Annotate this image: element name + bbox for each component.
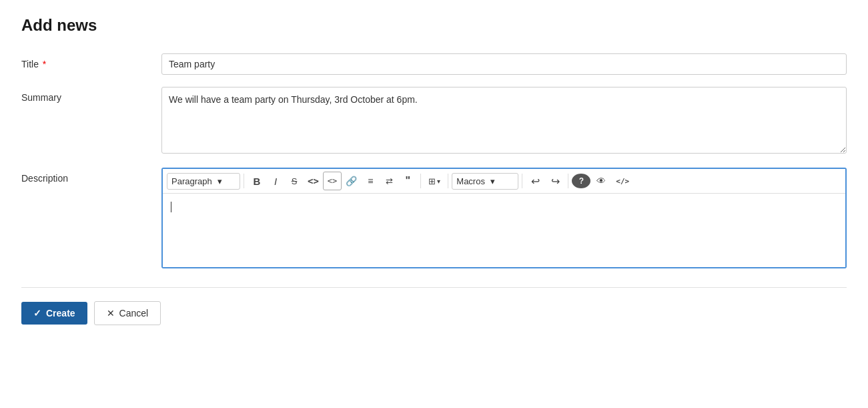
description-label: Description: [21, 168, 161, 184]
bold-button[interactable]: B: [248, 172, 266, 190]
strikethrough-button[interactable]: S: [285, 172, 304, 190]
description-editor[interactable]: [163, 194, 845, 267]
summary-textarea[interactable]: We will have a team party on Thursday, 3…: [161, 87, 847, 154]
summary-label: Summary: [21, 87, 161, 103]
cursor: [171, 202, 171, 212]
form-actions: ✓ Create ✕ Cancel: [21, 301, 847, 325]
summary-field: We will have a team party on Thursday, 3…: [161, 87, 847, 156]
rich-text-editor: Paragraph ▾ B I S: [161, 168, 847, 268]
toolbar-divider-4: [522, 174, 522, 188]
quote-button[interactable]: ": [398, 172, 417, 190]
toolbar-divider-3: [448, 174, 448, 188]
title-field: [161, 53, 847, 75]
table-chevron-icon: ▾: [437, 178, 440, 185]
macros-dropdown[interactable]: Macros ▾: [452, 173, 518, 190]
paragraph-dropdown[interactable]: Paragraph ▾: [167, 173, 240, 190]
numbered-list-button[interactable]: ⇄: [380, 172, 398, 190]
chevron-down-icon: ▾: [218, 176, 222, 186]
bullet-list-button[interactable]: ≡: [361, 172, 380, 190]
undo-button[interactable]: ↩: [526, 172, 544, 190]
description-row: Description Paragraph ▾ B: [21, 168, 847, 268]
format-buttons: B I S <> <>: [248, 172, 417, 190]
help-button[interactable]: ?: [572, 174, 590, 188]
toolbar-divider-1: [244, 174, 244, 188]
add-news-form: Add news Title * Summary We will have a …: [21, 16, 847, 325]
toolbar-divider-2: [420, 174, 421, 188]
table-button[interactable]: ⊞ ▾: [424, 172, 444, 190]
preview-button[interactable]: 👁: [592, 172, 610, 190]
title-input[interactable]: [161, 53, 847, 75]
summary-row: Summary We will have a team party on Thu…: [21, 87, 847, 156]
cancel-button[interactable]: ✕ Cancel: [94, 301, 161, 325]
close-icon: ✕: [107, 308, 115, 319]
required-indicator: *: [40, 59, 46, 69]
macros-chevron-icon: ▾: [490, 176, 495, 186]
italic-button[interactable]: I: [266, 172, 285, 190]
checkmark-icon: ✓: [33, 308, 41, 319]
page-title: Add news: [21, 16, 847, 35]
editor-toolbar: Paragraph ▾ B I S: [163, 169, 845, 194]
title-row: Title *: [21, 53, 847, 75]
source-code-button[interactable]: </>: [612, 172, 633, 190]
title-label: Title *: [21, 53, 161, 69]
inline-code-button[interactable]: <>: [304, 172, 323, 190]
redo-button[interactable]: ↪: [546, 172, 564, 190]
code-block-button[interactable]: <>: [323, 172, 342, 190]
link-button[interactable]: 🔗: [342, 172, 361, 190]
description-field: Paragraph ▾ B I S: [161, 168, 847, 268]
form-divider: [21, 287, 847, 288]
toolbar-divider-5: [568, 174, 568, 188]
create-button[interactable]: ✓ Create: [21, 302, 87, 325]
